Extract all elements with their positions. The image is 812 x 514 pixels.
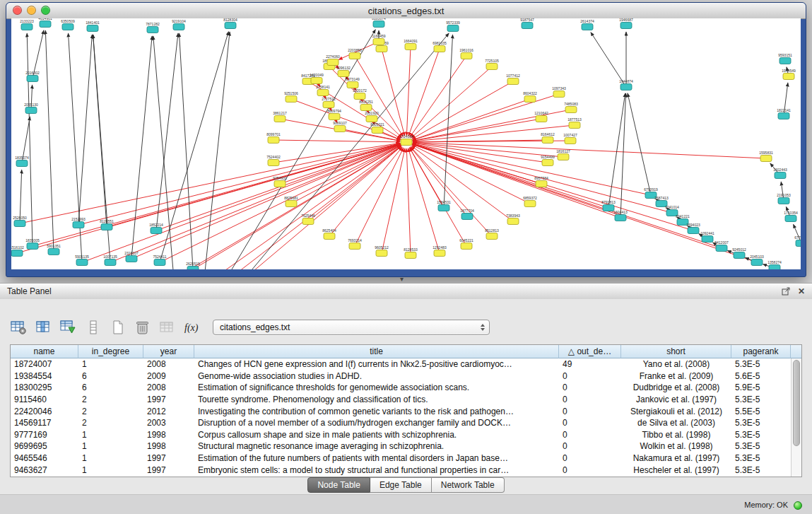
network-edge[interactable] xyxy=(174,146,401,269)
network-node[interactable]: 1007135 xyxy=(103,255,117,266)
network-node[interactable]: 1604413 xyxy=(613,210,628,221)
network-node[interactable]: 7524402 xyxy=(266,155,281,166)
table-row[interactable]: 1830029562008Estimation of significance … xyxy=(11,382,801,394)
network-node[interactable]: 7625446 xyxy=(301,214,315,225)
network-node[interactable]: 6775513 xyxy=(794,235,801,247)
network-node[interactable]: 1092441 xyxy=(700,231,714,243)
network-node[interactable]: 8512813 xyxy=(485,228,499,240)
network-node[interactable]: 2016302 xyxy=(25,71,40,82)
network-node[interactable]: 2152993 xyxy=(71,217,86,228)
network-edge[interactable] xyxy=(308,146,401,221)
network-node[interactable]: 6096132 xyxy=(336,66,351,77)
float-panel-icon[interactable] xyxy=(782,287,791,296)
network-node[interactable]: 8128551 xyxy=(100,219,114,230)
network-node[interactable]: 5901351 xyxy=(47,244,61,255)
network-edge[interactable] xyxy=(45,30,54,252)
network-node[interactable]: 1877513 xyxy=(567,117,582,129)
network-node[interactable]: 1724004 xyxy=(399,134,413,146)
network-node[interactable]: 2727512 xyxy=(322,97,336,108)
network-node[interactable]: 1835005 xyxy=(25,238,40,250)
network-edge[interactable] xyxy=(107,144,400,227)
network-node[interactable]: 1822141 xyxy=(777,108,791,119)
network-node[interactable]: 1420049 xyxy=(310,73,324,84)
table-row[interactable]: 977716911998Corpus callosum shape and si… xyxy=(11,429,801,441)
network-node[interactable]: 8305021 xyxy=(370,122,384,134)
tab-network-table[interactable]: Network Table xyxy=(432,477,505,493)
network-node[interactable]: 1166459 xyxy=(372,34,385,45)
network-node[interactable]: 7383943 xyxy=(506,214,520,225)
network-node[interactable]: 9154499 xyxy=(541,155,555,166)
network-node[interactable]: 8957584 xyxy=(534,176,548,187)
network-node[interactable]: 1710354 xyxy=(784,211,798,222)
column-header-out_degree[interactable]: △ out_de… xyxy=(559,345,621,358)
network-node[interactable]: 9187547 xyxy=(520,18,534,29)
network-node[interactable]: 7524411 xyxy=(153,255,166,266)
network-edge[interactable] xyxy=(273,140,400,142)
column-header-title[interactable]: title xyxy=(194,345,559,358)
tab-edge-table[interactable]: Edge Table xyxy=(370,477,432,493)
network-node[interactable]: 6859372 xyxy=(523,196,537,207)
table-source-dropdown[interactable]: citations_edges.txt xyxy=(213,320,490,335)
column-header-in_degree[interactable]: in_degree xyxy=(78,345,143,358)
select-columns-icon[interactable] xyxy=(35,319,53,336)
network-edge[interactable] xyxy=(408,49,440,136)
network-node[interactable]: 9572339 xyxy=(446,21,460,32)
network-node[interactable]: 2620519 xyxy=(186,262,200,269)
network-edge[interactable] xyxy=(160,32,228,262)
edit-columns-icon[interactable] xyxy=(59,319,78,336)
network-edge[interactable] xyxy=(608,93,625,208)
network-node[interactable]: 6045221 xyxy=(459,238,473,250)
table-row[interactable]: 1872400712008Changes of HCN gene express… xyxy=(11,358,801,370)
network-node[interactable]: 2758141 xyxy=(316,85,330,96)
network-edge[interactable] xyxy=(382,49,405,136)
network-node[interactable]: 8183074 xyxy=(372,18,386,28)
network-node[interactable]: 1210642 xyxy=(534,111,548,122)
network-node[interactable]: 7485083 xyxy=(564,102,578,113)
column-header-pagerank[interactable]: pagerank xyxy=(731,345,791,358)
network-node[interactable]: 2526050 xyxy=(13,216,27,227)
network-node[interactable]: 1097343 xyxy=(552,86,566,98)
network-node[interactable]: 1584531 xyxy=(437,200,451,211)
network-node[interactable]: 7693214 xyxy=(348,238,362,250)
close-panel-icon[interactable]: ✕ xyxy=(798,286,805,296)
network-node[interactable]: 2051920 xyxy=(365,111,379,122)
zoom-window-button[interactable] xyxy=(41,6,50,15)
network-node[interactable]: 6373149 xyxy=(346,77,360,88)
network-edge[interactable] xyxy=(412,145,530,204)
table-row[interactable]: 911546021997Tourette syndrome. Phenomeno… xyxy=(11,394,801,406)
network-node[interactable]: 2191053 xyxy=(777,193,791,204)
column-header-short[interactable]: short xyxy=(621,345,731,358)
network-edge[interactable] xyxy=(193,146,401,269)
network-edge[interactable] xyxy=(382,148,405,253)
network-node[interactable]: 7725105 xyxy=(485,59,499,70)
network-graph[interactable]: 1724004812853396052127693214862540476254… xyxy=(11,18,801,269)
close-window-button[interactable] xyxy=(13,6,22,15)
row-height-icon[interactable] xyxy=(84,319,102,336)
network-node[interactable]: 6981035 xyxy=(433,41,447,52)
network-node[interactable]: 9605212 xyxy=(375,245,389,257)
delete-table-icon[interactable] xyxy=(134,319,152,336)
network-canvas[interactable]: 1724004812853396052127693214862540476254… xyxy=(11,18,801,269)
network-edge[interactable] xyxy=(27,33,33,246)
network-node[interactable]: 3220172 xyxy=(353,88,367,100)
network-node[interactable]: 1595831 xyxy=(759,151,773,162)
network-node[interactable]: 1944874 xyxy=(619,79,633,90)
network-node[interactable]: 1694023 xyxy=(686,223,700,234)
network-node[interactable]: 1841401 xyxy=(86,21,100,32)
network-edge[interactable] xyxy=(204,32,230,269)
network-node[interactable]: 1961016 xyxy=(459,48,473,59)
network-edge[interactable] xyxy=(620,93,626,218)
network-node[interactable]: 1292483 xyxy=(433,245,447,257)
network-node[interactable]: 1516102 xyxy=(11,245,24,257)
network-node[interactable]: 1835074 xyxy=(15,156,29,167)
network-node[interactable]: 2045103 xyxy=(750,255,764,266)
column-header-year[interactable]: year xyxy=(143,345,194,358)
network-node[interactable]: 4614901 xyxy=(38,18,52,28)
network-node[interactable]: 2055130 xyxy=(24,103,38,114)
network-node[interactable]: 1852214 xyxy=(149,223,163,234)
network-edge[interactable] xyxy=(411,147,492,236)
network-node[interactable]: 8825681 xyxy=(284,196,298,207)
network-node[interactable]: 7871282 xyxy=(146,22,160,33)
minimize-window-button[interactable] xyxy=(27,6,36,15)
scrollbar-thumb[interactable] xyxy=(793,360,800,446)
